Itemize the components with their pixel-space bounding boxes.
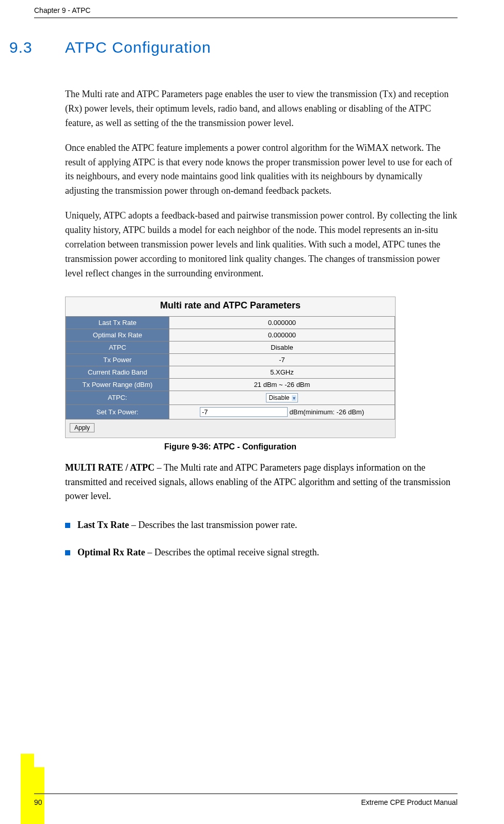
table-row: Current Radio Band 5.XGHz	[66, 366, 395, 378]
atpc-select-value: Disable	[269, 394, 289, 401]
section-name: ATPC Configuration	[65, 39, 211, 56]
table-row: Last Tx Rate 0.000000	[66, 316, 395, 329]
paragraph-3: Uniquely, ATPC adopts a feedback-based a…	[65, 209, 458, 281]
bullet-bold: Optimal Rx Rate	[77, 547, 145, 557]
label-tx-power: Tx Power	[66, 353, 169, 366]
figure-caption: Figure 9-36: ATPC - Configuration	[65, 442, 396, 452]
table-row: ATPC Disable	[66, 341, 395, 353]
paragraph-2: Once enabled the ATPC feature implements…	[65, 141, 458, 199]
atpc-select[interactable]: Disable▾	[266, 393, 297, 402]
table-row: Tx Power -7	[66, 353, 395, 366]
value-optimal-rx-rate: 0.000000	[169, 329, 395, 341]
table-row: ATPC: Disable▾	[66, 391, 395, 405]
label-last-tx-rate: Last Tx Rate	[66, 316, 169, 329]
value-last-tx-rate: 0.000000	[169, 316, 395, 329]
section-title: 9.3ATPC Configuration	[9, 39, 458, 56]
bullet-optimal-rx-rate: Optimal Rx Rate – Describes the optimal …	[65, 546, 458, 559]
page-footer: 90 Extreme CPE Product Manual	[34, 794, 458, 806]
label-atpc-select: ATPC:	[66, 391, 169, 405]
chapter-header: Chapter 9 - ATPC	[34, 6, 458, 18]
parameters-table: Last Tx Rate 0.000000 Optimal Rx Rate 0.…	[66, 316, 395, 419]
value-atpc-status: Disable	[169, 341, 395, 353]
page-tab-decoration	[21, 754, 34, 767]
value-tx-power: -7	[169, 353, 395, 366]
term-multi-rate: MULTI RATE / ATPC – The Multi rate and A…	[65, 461, 458, 504]
label-tx-power-range: Tx Power Range (dBm)	[66, 378, 169, 391]
apply-button[interactable]: Apply	[70, 423, 94, 432]
cell-atpc-select: Disable▾	[169, 391, 395, 405]
set-tx-power-suffix: dBm(minimum: -26 dBm)	[288, 408, 364, 416]
term-bold: MULTI RATE / ATPC	[65, 462, 154, 473]
cell-set-tx-power: dBm(minimum: -26 dBm)	[169, 405, 395, 419]
bullet-last-tx-rate: Last Tx Rate – Describes the last transm…	[65, 518, 458, 532]
label-atpc-status: ATPC	[66, 341, 169, 353]
manual-title: Extreme CPE Product Manual	[361, 798, 458, 806]
table-row: Set Tx Power: dBm(minimum: -26 dBm)	[66, 405, 395, 419]
table-row: Optimal Rx Rate 0.000000	[66, 329, 395, 341]
square-bullet-icon	[65, 523, 70, 528]
value-tx-power-range: 21 dBm ~ -26 dBm	[169, 378, 395, 391]
table-row: Tx Power Range (dBm) 21 dBm ~ -26 dBm	[66, 378, 395, 391]
square-bullet-icon	[65, 550, 70, 555]
section-number: 9.3	[9, 39, 65, 56]
set-tx-power-input[interactable]	[200, 407, 288, 417]
bullet-rest: – Describes the last transmission power …	[129, 520, 297, 530]
label-optimal-rx-rate: Optimal Rx Rate	[66, 329, 169, 341]
apply-row: Apply	[66, 419, 395, 438]
panel-title: Multi rate and ATPC Parameters	[66, 297, 395, 316]
page-number: 90	[34, 798, 42, 806]
bullet-bold: Last Tx Rate	[77, 520, 129, 530]
bullet-rest: – Describes the optimal receive signal s…	[145, 547, 319, 557]
label-radio-band: Current Radio Band	[66, 366, 169, 378]
paragraph-1: The Multi rate and ATPC Parameters page …	[65, 87, 458, 131]
value-radio-band: 5.XGHz	[169, 366, 395, 378]
figure-screenshot: Multi rate and ATPC Parameters Last Tx R…	[65, 297, 458, 438]
label-set-tx-power: Set Tx Power:	[66, 405, 169, 419]
chevron-down-icon: ▾	[292, 395, 296, 401]
